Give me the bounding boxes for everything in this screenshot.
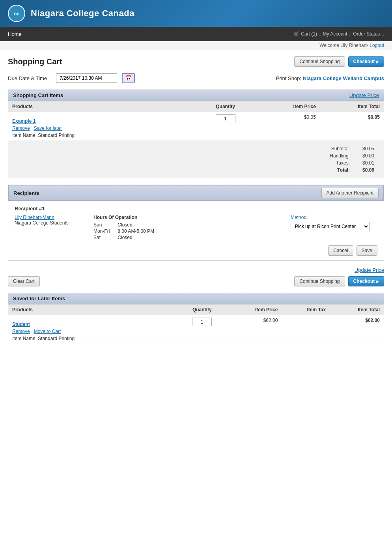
saved-item-total-value: $62.00 (365, 318, 380, 323)
total-value: $0.06 (353, 167, 377, 173)
cart-section-header: Shopping Cart Items Update Price (8, 90, 384, 101)
subtotal-label: Subtotal: (327, 146, 352, 152)
cart-section-title: Shopping Cart Items (13, 92, 63, 98)
saved-col-quantity: Quantity (177, 305, 227, 315)
totals-table: Subtotal: $0.05 Handling: $0.00 Taxes: $… (327, 145, 377, 174)
add-recipient-button[interactable]: Add Another Recipient (321, 188, 379, 198)
due-date-row: Due Date & Time 📅 Print Shop: Niagara Co… (8, 73, 384, 83)
hours-row-2: Sat Closed (93, 234, 162, 241)
welcome-text: Welcome Lily Rinehart- (319, 43, 368, 48)
saved-col-item-tax: Item Tax (282, 305, 330, 315)
cart-item-total-cell: $0.05 (320, 112, 384, 141)
checkout-button-top[interactable]: Checkout (348, 56, 384, 67)
bottom-cart-row: Clear Cart Continue Shopping Checkout (8, 276, 384, 286)
cart-item-save-later-link[interactable]: Save for later (34, 125, 62, 131)
saved-col-item-price: Item Price (227, 305, 282, 315)
taxes-row: Taxes: $0.01 (327, 160, 377, 166)
print-shop-link[interactable]: Niagara College Welland Campus (303, 75, 384, 81)
cart-item-actions: Remove Save for later (12, 125, 192, 131)
saved-item-total-cell: $62.00 (330, 315, 384, 344)
top-header: nc Niagara College Canada (0, 0, 392, 27)
saved-item-qty-cell (177, 315, 227, 344)
saved-col-item-total: Item Total (330, 305, 384, 315)
calendar-button[interactable]: 📅 (122, 73, 135, 83)
college-name: Niagara College Canada (31, 8, 134, 19)
cart-item-price-cell: $0.05 (255, 112, 320, 141)
saved-item-qty-input[interactable] (192, 318, 212, 326)
col-products: Products (8, 101, 196, 112)
item-name-label: Item Name: (12, 133, 37, 138)
nav-account-link[interactable]: My Account (323, 31, 347, 37)
col-quantity: Quantity (196, 101, 255, 112)
hours-table: Sun Closed Mon-Fri 8:00 AM-5:00 PM Sat C… (93, 222, 162, 241)
subtotal-row: Subtotal: $0.05 (327, 146, 377, 152)
total-label: Total: (327, 167, 352, 173)
due-date-input[interactable] (56, 73, 117, 83)
hours-time-0: Closed (118, 222, 162, 228)
checkout-button-bottom[interactable]: Checkout (348, 276, 384, 286)
saved-item-product-cell: Student Remove Move to Cart Item Name: S… (8, 315, 177, 344)
recipient-grid: Lily Rinehart-Mann Niagara College Stude… (15, 215, 377, 241)
handling-value: $0.00 (353, 153, 377, 159)
nav-home-link[interactable]: Home (8, 28, 26, 40)
method-label: Method: (291, 215, 377, 220)
cart-item-qty-input[interactable] (216, 114, 235, 123)
cart-item-remove-link[interactable]: Remove (12, 125, 30, 131)
nav-order-link[interactable]: Order Status (353, 31, 380, 37)
page-title-row: Shopping Cart Continue Shopping Checkout (8, 56, 384, 67)
recipients-section: Recipients Add Another Recipient Recipie… (8, 185, 384, 261)
hours-row-0: Sun Closed (93, 222, 162, 228)
cart-table: Products Quantity Item Price Item Total … (8, 101, 384, 141)
taxes-value: $0.01 (353, 160, 377, 166)
clear-cart-button[interactable]: Clear Cart (8, 276, 40, 286)
saved-item-name-value: Standard Printing (38, 336, 75, 341)
saved-item-price-cell: $62.00 (227, 315, 282, 344)
recipient-name-link[interactable]: Lily Rinehart-Mann (15, 215, 86, 220)
bottom-update-price-row: Update Price (8, 267, 384, 273)
handling-row: Handling: $0.00 (327, 153, 377, 159)
hours-label: Hours Of Operation (93, 215, 283, 220)
cart-item-product-cell: Example 1 Remove Save for later Item Nam… (8, 112, 196, 141)
handling-label: Handling: (327, 153, 352, 159)
page-title: Shopping Cart (8, 57, 62, 66)
recipients-header: Recipients Add Another Recipient (8, 185, 384, 201)
hours-day-0: Sun (93, 222, 118, 228)
subtotal-value: $0.05 (353, 146, 377, 152)
taxes-label: Taxes: (327, 160, 352, 166)
cart-item-meta: Item Name: Standard Printing (12, 133, 192, 138)
update-price-link-top[interactable]: Update Price (349, 92, 379, 98)
hours-section: Hours Of Operation Sun Closed Mon-Fri 8:… (93, 215, 283, 241)
saved-table: Products Quantity Item Price Item Tax It… (8, 304, 384, 344)
saved-item-remove-link[interactable]: Remove (12, 329, 30, 334)
recipient-info: Lily Rinehart-Mann Niagara College Stude… (15, 215, 86, 241)
col-item-price: Item Price (255, 101, 320, 112)
recipients-title: Recipients (13, 190, 39, 196)
cart-item-qty-cell (196, 112, 255, 141)
print-shop: Print Shop: Niagara College Welland Camp… (276, 75, 384, 81)
item-name-value: Standard Printing (38, 133, 75, 138)
separator2: :: (349, 31, 352, 37)
recipient-title: Recipient #1 (15, 206, 377, 211)
saved-item-name-link[interactable]: Student (12, 322, 173, 327)
saved-section-header: Saved for Later Items (8, 293, 384, 304)
method-section: Method: Pick up at Ricoh Print Center De… (291, 215, 377, 241)
recipient-actions: Cancel Save (15, 245, 377, 256)
logout-link[interactable]: Logout (370, 43, 384, 48)
continue-shopping-button-bottom[interactable]: Continue Shopping (294, 276, 345, 286)
save-button[interactable]: Save (357, 245, 377, 256)
cancel-button[interactable]: Cancel (328, 245, 353, 256)
col-item-total: Item Total (320, 101, 384, 112)
saved-item-move-to-cart-link[interactable]: Move to Cart (34, 329, 61, 334)
cart-item-name-link[interactable]: Example 1 (12, 118, 192, 124)
logo-circle: nc (8, 5, 25, 22)
recipient-org: Niagara College Students (15, 220, 86, 226)
saved-item-actions: Remove Move to Cart (12, 329, 173, 334)
method-select[interactable]: Pick up at Ricoh Print Center Delivery (291, 222, 370, 231)
update-price-link-bottom[interactable]: Update Price (355, 267, 384, 273)
hours-day-1: Mon-Fri (93, 228, 118, 234)
nav-cart-link[interactable]: Cart (1) (301, 31, 317, 37)
hours-time-1: 8:00 AM-5:00 PM (118, 228, 162, 234)
continue-shopping-button-top[interactable]: Continue Shopping (294, 56, 345, 67)
saved-item-tax-cell (282, 315, 330, 344)
nav-bar: Home 🛒 Cart (1) :: My Account :: Order S… (0, 27, 392, 41)
